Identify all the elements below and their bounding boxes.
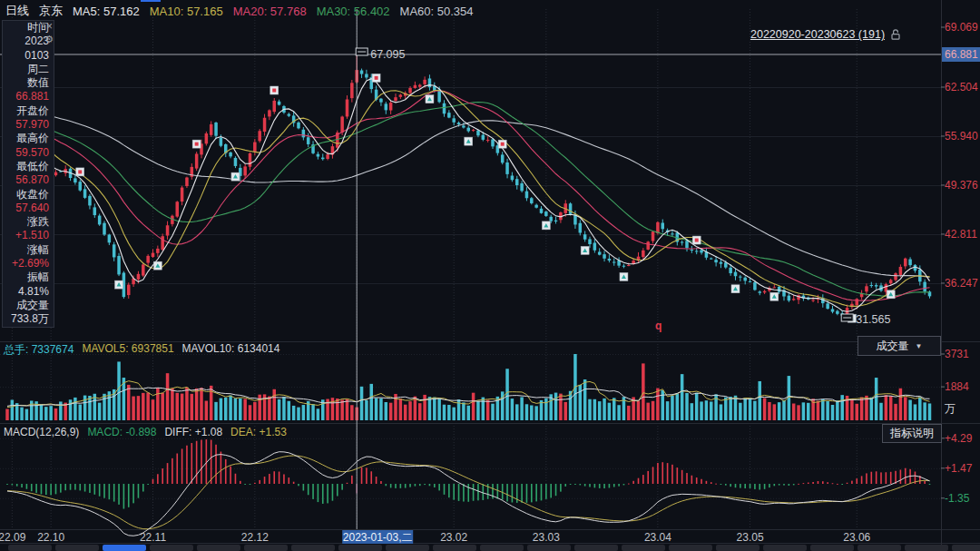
macd-hist-bar bbox=[230, 467, 231, 484]
scrollbar-segment[interactable] bbox=[952, 545, 980, 551]
macd-hist-bar bbox=[876, 471, 877, 484]
period-label[interactable]: 日线 bbox=[5, 3, 29, 19]
ma-value: MA5: 57.162 bbox=[73, 5, 140, 18]
candle-body bbox=[108, 234, 112, 242]
macd-hist-bar bbox=[415, 484, 416, 487]
volume-bar bbox=[214, 402, 218, 420]
volume-axis-unit: 万 bbox=[945, 402, 956, 415]
candle-body bbox=[127, 285, 131, 295]
volume-bar bbox=[253, 402, 257, 420]
close-icon[interactable]: × bbox=[46, 21, 53, 33]
candle-body bbox=[447, 113, 451, 117]
candle-body bbox=[642, 251, 645, 257]
scrollbar-segment[interactable] bbox=[197, 545, 240, 551]
range-text[interactable]: 20220920-20230623 (191) bbox=[750, 28, 885, 41]
info-panel-row: 0103 bbox=[3, 49, 54, 63]
candle-body bbox=[379, 99, 383, 103]
volume-bar bbox=[146, 392, 150, 420]
macd-hist-bar bbox=[483, 484, 485, 500]
volume-bar bbox=[505, 369, 509, 420]
scrollbar-segment[interactable] bbox=[716, 545, 760, 551]
candle-body bbox=[326, 154, 329, 159]
volume-bar bbox=[850, 398, 854, 420]
volume-bar bbox=[908, 400, 912, 420]
scrollbar-thumb-active[interactable] bbox=[103, 545, 146, 551]
candle-body bbox=[734, 272, 738, 277]
scrollbar-segment[interactable] bbox=[150, 545, 193, 551]
volume-bar bbox=[603, 398, 606, 420]
volume-bar bbox=[534, 406, 538, 420]
candle-body bbox=[646, 241, 650, 250]
macd-hist-bar bbox=[283, 474, 285, 484]
candle-body bbox=[137, 274, 141, 280]
macd-hist-bar bbox=[64, 484, 66, 490]
candle-body bbox=[720, 262, 723, 264]
volume-indicator-selector[interactable]: 成交量 ▼ bbox=[858, 336, 941, 356]
info-panel-row: 成交量 bbox=[3, 299, 54, 312]
macd-hist-bar bbox=[225, 459, 227, 484]
candle-body bbox=[278, 102, 281, 105]
candle-body bbox=[763, 291, 767, 293]
indicator-help-button[interactable]: 指标说明 bbox=[882, 424, 942, 443]
ma-value: MA10: 57.165 bbox=[150, 5, 223, 18]
kline-chart-canvas[interactable]: q67.09531.56569.06962.50455.94049.37642.… bbox=[0, 0, 980, 551]
volume-bar bbox=[617, 405, 621, 420]
macd-hist-bar bbox=[827, 482, 828, 484]
macd-hist-bar bbox=[657, 463, 659, 484]
scrollbar-layer[interactable] bbox=[8, 545, 980, 551]
volume-bar bbox=[311, 404, 315, 420]
candle-body bbox=[788, 296, 791, 300]
volume-bar bbox=[749, 398, 752, 420]
macd-hist-bar bbox=[322, 484, 324, 504]
macd-hist-bar bbox=[201, 440, 202, 484]
volume-bar bbox=[646, 403, 650, 420]
candle-body bbox=[588, 239, 592, 244]
scrollbar-segment[interactable] bbox=[905, 545, 948, 551]
scrollbar-segment[interactable] bbox=[527, 545, 571, 551]
gear-icon[interactable]: ⚙ bbox=[44, 34, 54, 45]
unlock-icon[interactable] bbox=[889, 28, 902, 41]
volume-bar bbox=[826, 401, 829, 420]
candle-body bbox=[307, 137, 310, 144]
event-marker-glyph bbox=[501, 143, 505, 146]
crosshair-info-panel[interactable]: 时间20230103周二数值66.881开盘价57.970最高价59.570最低… bbox=[2, 20, 54, 328]
scrollbar-segment[interactable] bbox=[480, 545, 524, 551]
scrollbar-segment[interactable] bbox=[244, 545, 288, 551]
candle-body bbox=[544, 212, 548, 216]
scrollbar-segment[interactable] bbox=[574, 545, 618, 551]
macd-hist-bar bbox=[730, 484, 731, 487]
scrollbar-segment[interactable] bbox=[810, 545, 854, 551]
volume-bar bbox=[399, 398, 403, 420]
scrollbar-segment[interactable] bbox=[669, 545, 712, 551]
macd-hist-bar bbox=[79, 484, 81, 490]
scrollbar-segment[interactable] bbox=[338, 545, 382, 551]
scrollbar-segment[interactable] bbox=[291, 545, 335, 551]
volume-bar bbox=[156, 388, 160, 420]
scrollbar-segment[interactable] bbox=[8, 545, 52, 551]
macd-hist-bar bbox=[570, 484, 572, 485]
symbol-label[interactable]: 京东 bbox=[39, 3, 63, 19]
scrollbar-segment[interactable] bbox=[386, 545, 429, 551]
volume-bar bbox=[899, 389, 903, 420]
date-axis-label: 22.09 bbox=[0, 531, 26, 544]
scrollbar-segment[interactable] bbox=[763, 545, 807, 551]
scrollbar-segment[interactable] bbox=[858, 545, 901, 551]
candle-body bbox=[729, 268, 732, 273]
scrollbar-segment[interactable] bbox=[433, 545, 476, 551]
macd-hist-bar bbox=[759, 484, 760, 490]
info-panel-row: 57.640 bbox=[3, 202, 54, 215]
scrollbar-segment[interactable] bbox=[55, 545, 99, 551]
event-marker-glyph bbox=[375, 76, 378, 80]
volume-bar bbox=[278, 399, 281, 420]
visible-range-label[interactable]: 20220920-20230623 (191) bbox=[750, 28, 902, 41]
volume-bar bbox=[831, 405, 835, 420]
volume-bar bbox=[79, 405, 83, 420]
macd-hist-bar bbox=[652, 467, 654, 484]
volume-bar bbox=[191, 394, 194, 420]
volume-bar bbox=[773, 404, 777, 420]
macd-hist-bar bbox=[240, 481, 241, 484]
macd-hist-bar bbox=[808, 483, 809, 484]
scrollbar-segment[interactable] bbox=[622, 545, 665, 551]
volume-bar bbox=[544, 398, 548, 420]
volume-bar bbox=[171, 389, 174, 420]
